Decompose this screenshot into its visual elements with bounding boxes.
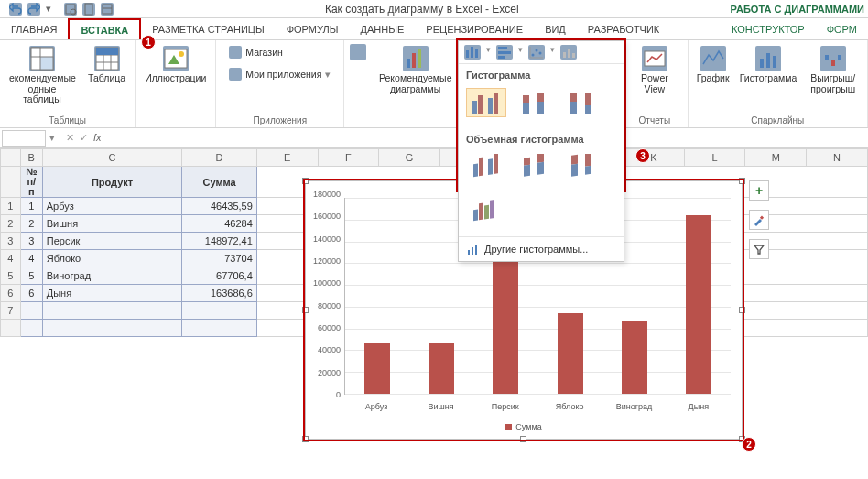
clustered-column-option[interactable] [466,88,506,117]
stacked-column-option[interactable] [514,88,554,117]
tab-developer[interactable]: РАЗРАБОТЧИК [577,18,670,39]
sparkline-winloss-button[interactable]: Выигрыш/ проигрыш [804,44,862,96]
stacked-100-column-option[interactable] [561,88,602,117]
chart-styles-button[interactable] [749,210,769,230]
chart-filters-button[interactable] [749,239,769,259]
cell[interactable]: Яблоко [42,250,182,267]
row-header[interactable]: 4 [1,250,21,267]
col-header[interactable]: M [745,149,807,167]
tab-home[interactable]: ГЛАВНАЯ [0,18,68,39]
col-header[interactable]: F [318,149,379,167]
undo-icon[interactable] [9,3,22,16]
bar-chart-icon[interactable] [496,45,513,60]
cell[interactable]: 6 [20,285,42,302]
tab-data[interactable]: ДАННЫЕ [350,18,416,39]
row-header[interactable] [1,167,21,198]
cell[interactable]: 73704 [182,250,256,267]
cell[interactable]: 163686,6 [182,285,256,302]
resize-handle[interactable] [739,178,745,184]
row-header[interactable]: 7 [1,302,21,320]
tab-view[interactable]: ВИД [534,18,577,39]
chart-bar[interactable] [429,343,454,394]
chart-elements-button[interactable]: + [749,180,769,201]
cell[interactable]: 1 [20,198,42,215]
resize-handle[interactable] [302,178,309,184]
col-header[interactable]: N [807,149,868,167]
cell[interactable] [20,320,42,337]
name-box[interactable] [2,130,46,147]
resize-handle[interactable] [520,436,526,442]
chart-bar[interactable] [622,321,647,394]
row-header[interactable]: 6 [1,285,21,302]
store-button[interactable]: Магазин [225,44,287,60]
cell[interactable]: Персик [42,233,182,250]
col-header[interactable]: K [623,149,684,167]
chart-bar[interactable] [686,215,711,394]
row-header[interactable]: 3 [1,233,21,250]
tab-chart-design[interactable]: КОНСТРУКТОР [721,18,816,39]
select-all-corner[interactable] [1,149,21,167]
cell[interactable]: Дыня [42,285,182,302]
cell[interactable]: 67706,4 [182,267,256,285]
stacked-3d-column-option[interactable] [514,152,554,181]
sparkline-column-button[interactable]: Гистограмма [738,44,799,86]
cell[interactable]: Арбуз [42,198,182,215]
cell[interactable]: 3 [20,233,42,250]
cell[interactable]: 46284 [182,215,256,233]
3d-column-option[interactable] [466,196,506,225]
power-view-button[interactable]: Power View [627,44,682,96]
cell[interactable]: 5 [20,267,42,285]
my-apps-button[interactable]: Мои приложения▾ [225,66,334,82]
cell[interactable] [42,320,182,337]
resize-handle[interactable] [302,436,309,442]
row-header[interactable]: 5 [1,267,21,285]
cell[interactable]: 2 [20,215,42,233]
cancel-formula-icon[interactable]: ✕ [66,132,74,144]
dropdown-arrow-icon[interactable]: ▾ [550,45,555,60]
recommended-pivot-button[interactable]: екомендуемые одные таблицы [5,44,79,107]
col-header[interactable]: L [684,149,745,167]
clustered-3d-column-option[interactable] [466,152,506,181]
cell[interactable]: Сумма [182,167,256,198]
tab-review[interactable]: РЕЦЕНЗИРОВАНИЕ [415,18,534,39]
cell[interactable]: Вишня [42,215,182,233]
cell[interactable]: 46435,59 [182,198,256,215]
touch-mode-icon[interactable]: ▾ [46,3,59,16]
cell[interactable] [182,320,256,337]
row-header[interactable] [1,320,21,337]
scatter-chart-icon[interactable] [528,45,545,60]
redo-icon[interactable] [27,3,40,16]
tab-chart-format[interactable]: ФОРМ [816,18,868,39]
cell[interactable] [182,302,256,320]
stacked-100-3d-column-option[interactable] [561,152,602,181]
name-box-dropdown-icon[interactable]: ▾ [46,132,59,144]
chart-bar[interactable] [558,313,583,394]
tab-insert[interactable]: ВСТАВКА [68,18,141,39]
row-header[interactable]: 2 [1,215,21,233]
cell[interactable]: 4 [20,250,42,267]
recommended-charts-button[interactable]: Рекомендуемые диаграммы [375,44,456,96]
cell[interactable]: 148972,41 [182,233,256,250]
open-icon[interactable] [101,3,114,16]
cell[interactable] [20,302,42,320]
chart-bar[interactable] [364,343,390,394]
col-header[interactable]: G [379,149,440,167]
tab-formulas[interactable]: ФОРМУЛЫ [276,18,350,39]
fx-icon[interactable]: fx [93,132,102,144]
enter-formula-icon[interactable]: ✓ [80,132,88,144]
row-header[interactable]: 1 [1,198,21,215]
sparkline-line-button[interactable]: График [694,44,732,86]
dropdown-arrow-icon[interactable]: ▾ [486,45,491,60]
col-header[interactable]: E [256,149,318,167]
resize-handle[interactable] [739,307,745,313]
table-button[interactable]: Таблица [84,44,129,86]
cell[interactable]: № п/п [20,167,42,198]
chart-legend[interactable]: Сумма [306,422,742,431]
tab-page-layout[interactable]: РАЗМЕТКА СТРАНИЦЫ [141,18,275,39]
more-histograms-button[interactable]: Другие гистограммы... [459,236,624,261]
cell[interactable] [42,302,182,320]
illustrations-button[interactable]: Иллюстрации [141,44,210,86]
col-header[interactable]: B [20,149,42,167]
col-header[interactable]: C [42,149,182,167]
cell[interactable]: Продукт [42,167,182,198]
